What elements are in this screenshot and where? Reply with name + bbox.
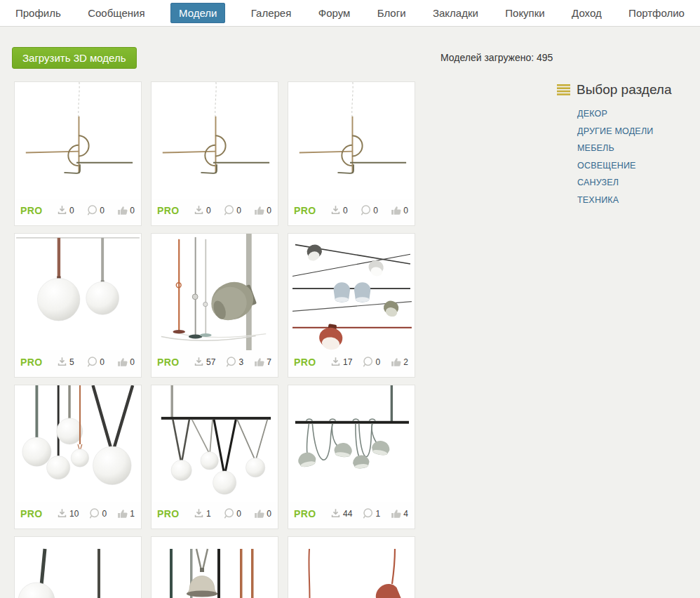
section-menu: ДЕКОР ДРУГИЕ МОДЕЛИ МЕБЕЛЬ ОСВЕЩЕНИЕ САН… xyxy=(577,109,697,205)
likes-stat: 0 xyxy=(253,507,271,519)
card-footer: PRO 44 1 4 xyxy=(288,502,415,529)
comments-count: 0 xyxy=(373,206,378,215)
pro-badge: PRO xyxy=(20,205,43,216)
thumbs-up-icon xyxy=(390,507,402,519)
nav-tab-forum[interactable]: Форум xyxy=(317,3,352,23)
model-thumbnail[interactable] xyxy=(152,234,278,350)
likes-count: 4 xyxy=(403,509,408,519)
card-stats: 1 0 0 xyxy=(193,507,271,519)
likes-count: 7 xyxy=(267,357,271,367)
nav-tab-blogs[interactable]: Блоги xyxy=(376,3,408,23)
downloads-count: 44 xyxy=(343,509,352,519)
likes-stat: 7 xyxy=(253,356,271,368)
model-card[interactable]: PRO 5 0 0 xyxy=(14,233,142,378)
comments-stat: 0 xyxy=(223,507,241,519)
sidebar-item-lighting[interactable]: ОСВЕЩЕНИЕ xyxy=(577,161,697,171)
model-thumbnail[interactable] xyxy=(288,385,415,502)
thumbs-up-icon xyxy=(253,204,265,216)
model-card[interactable] xyxy=(14,536,142,598)
red-cone-pendant-art xyxy=(288,537,415,598)
likes-count: 1 xyxy=(130,509,135,519)
sidebar-item-bathroom[interactable]: САНУЗЕЛ xyxy=(577,178,697,187)
model-thumbnail[interactable] xyxy=(288,82,415,199)
model-thumbnail[interactable] xyxy=(15,385,141,502)
downloads-stat: 10 xyxy=(56,507,79,519)
comments-count: 0 xyxy=(236,206,241,215)
nav-tab-models[interactable]: Модели xyxy=(170,3,225,23)
model-card[interactable]: PRO 44 1 4 xyxy=(288,385,415,529)
nav-tab-purchases[interactable]: Покупки xyxy=(504,3,546,23)
model-card[interactable] xyxy=(288,536,415,598)
likes-stat: 2 xyxy=(390,356,408,368)
card-footer: PRO 0 0 0 xyxy=(15,199,141,225)
model-card[interactable]: PRO 57 3 7 xyxy=(151,233,278,378)
model-card[interactable]: PRO 0 0 0 xyxy=(151,81,278,226)
model-card[interactable]: PRO 17 0 2 xyxy=(288,233,415,378)
upload-3d-model-button[interactable]: Загрузить 3D модель xyxy=(12,47,137,69)
model-card[interactable]: PRO 0 0 0 xyxy=(288,81,415,226)
nav-tab-messages[interactable]: Сообщения xyxy=(86,3,146,23)
downloads-count: 5 xyxy=(69,357,74,367)
model-thumbnail[interactable] xyxy=(15,234,141,350)
likes-stat: 0 xyxy=(253,204,271,216)
model-thumbnail[interactable] xyxy=(152,82,278,199)
nav-tab-income[interactable]: Доход xyxy=(570,3,603,23)
likes-stat: 0 xyxy=(390,204,408,216)
downloads-stat: 1 xyxy=(193,507,211,519)
likes-count: 0 xyxy=(130,206,135,215)
comment-icon xyxy=(86,204,98,216)
thumbs-up-icon xyxy=(390,204,402,216)
comments-count: 0 xyxy=(236,509,241,519)
nav-tab-gallery[interactable]: Галерея xyxy=(250,3,293,23)
model-thumbnail[interactable] xyxy=(288,234,415,350)
model-card[interactable] xyxy=(151,536,278,598)
model-card[interactable]: PRO 1 0 0 xyxy=(151,385,278,529)
comments-count: 0 xyxy=(102,509,107,519)
card-stats: 0 0 0 xyxy=(56,204,135,216)
thumbs-up-icon xyxy=(116,204,128,216)
model-thumbnail[interactable] xyxy=(15,82,141,199)
card-footer: PRO 0 0 0 xyxy=(152,199,278,225)
sidebar-item-decor[interactable]: ДЕКОР xyxy=(577,109,697,119)
card-footer: PRO 0 0 0 xyxy=(288,199,415,225)
model-thumbnail[interactable] xyxy=(152,537,278,598)
likes-count: 0 xyxy=(403,206,408,215)
sidebar-item-appliances[interactable]: ТЕХНИКА xyxy=(577,195,697,205)
downloads-count: 0 xyxy=(69,206,74,215)
nav-tab-profile[interactable]: Профиль xyxy=(14,3,62,23)
comment-icon xyxy=(225,356,237,368)
model-thumbnail[interactable] xyxy=(15,537,141,598)
hamburger-icon xyxy=(557,84,570,95)
sidebar-item-other-models[interactable]: ДРУГИЕ МОДЕЛИ xyxy=(577,126,697,136)
comments-count: 3 xyxy=(238,357,243,367)
model-card[interactable]: PRO 0 0 0 xyxy=(14,81,142,226)
download-icon xyxy=(56,356,68,368)
comments-stat: 3 xyxy=(225,356,243,368)
downloads-stat: 57 xyxy=(193,356,215,368)
downloads-stat: 0 xyxy=(56,204,74,216)
nav-tab-portfolio[interactable]: Портфолио xyxy=(627,3,686,23)
card-footer: PRO 10 0 1 xyxy=(15,502,141,529)
download-icon xyxy=(330,507,342,519)
model-thumbnail[interactable] xyxy=(152,385,278,502)
pro-badge: PRO xyxy=(20,508,43,519)
comment-icon xyxy=(86,356,98,368)
sphere-pendants-art xyxy=(15,234,141,350)
nav-tab-bookmarks[interactable]: Закладки xyxy=(431,3,480,23)
wire-line-wall-lamp-art xyxy=(15,82,141,199)
model-thumbnail[interactable] xyxy=(288,537,415,598)
comment-icon xyxy=(223,507,235,519)
cord-dome-pendants-art xyxy=(288,385,415,502)
comments-count: 1 xyxy=(375,509,380,519)
comments-count: 0 xyxy=(100,357,105,367)
wire-line-wall-lamp-art xyxy=(152,82,278,199)
sidebar-item-furniture[interactable]: МЕБЕЛЬ xyxy=(577,143,697,153)
card-footer: PRO 5 0 0 xyxy=(15,350,141,377)
bell-pendant-straps-art xyxy=(152,537,278,598)
download-icon xyxy=(56,204,68,216)
comments-stat: 0 xyxy=(86,204,105,216)
model-card[interactable]: PRO 10 0 1 xyxy=(14,385,142,529)
comments-stat: 1 xyxy=(362,507,380,519)
thumbs-up-icon xyxy=(253,356,265,368)
card-footer: PRO 57 3 7 xyxy=(152,350,278,377)
